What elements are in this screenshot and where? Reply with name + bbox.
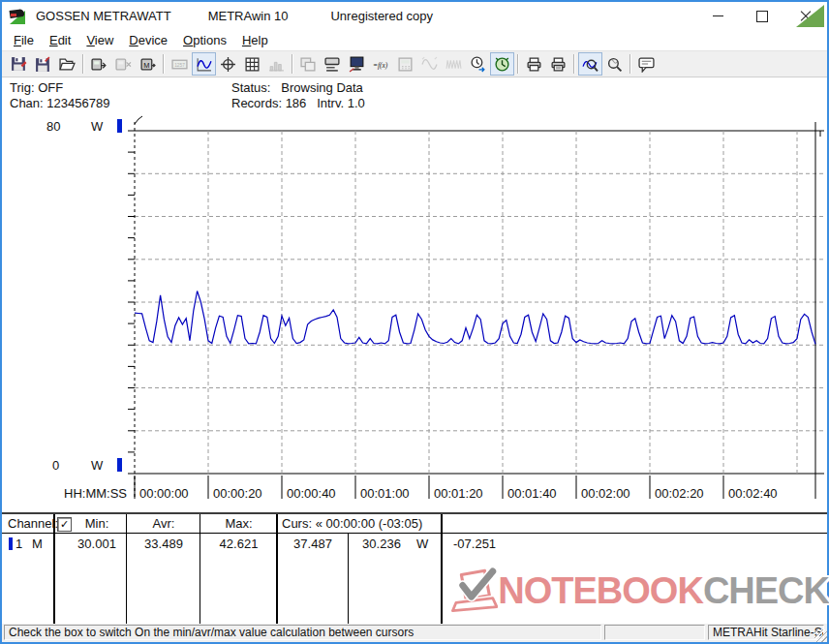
- minimize-button[interactable]: [696, 2, 740, 30]
- title-vendor: GOSSEN METRAWATT: [36, 9, 171, 23]
- statusbar-hint: Check the box to switch On the min/avr/m…: [4, 625, 601, 640]
- menu-view[interactable]: View: [78, 31, 121, 49]
- cell-min: 30.001: [68, 537, 126, 551]
- menu-edit[interactable]: Edit: [42, 31, 78, 49]
- statusbar-empty-pane: [604, 625, 705, 640]
- pc-transfer-icon[interactable]: [345, 52, 369, 76]
- power-trend-chart[interactable]: [2, 112, 827, 512]
- device-read-icon[interactable]: [87, 52, 111, 76]
- title-bar: GOSSEN METRAWATT METRAwin 10 Unregistere…: [2, 2, 827, 30]
- status-text: Status: Browsing Data: [231, 80, 363, 95]
- app-logo-icon: [10, 9, 27, 24]
- x-tick-label: 00:01:00: [360, 486, 410, 501]
- toolbar-separator: [82, 54, 84, 74]
- menu-bar: FileEditViewDeviceOptionsHelp: [2, 30, 827, 50]
- menu-options[interactable]: Options: [175, 31, 234, 49]
- window-export-icon: [296, 52, 321, 76]
- watermark-text-secondary: CHECK: [703, 570, 829, 611]
- title-app-name: METRAwin 10: [208, 9, 289, 23]
- device-memory-icon[interactable]: M: [136, 52, 160, 76]
- maximize-button[interactable]: [740, 2, 783, 30]
- cell-max: 42.621: [201, 537, 276, 551]
- calculator-icon: [393, 52, 417, 76]
- device-config-icon[interactable]: [321, 52, 345, 76]
- x-tick-label: 00:00:00: [139, 486, 189, 501]
- header-cursors: Curs: « 00:00:00 (-03:05): [282, 516, 422, 531]
- realtime-clock-icon[interactable]: [490, 52, 514, 76]
- header-avr: Avr:: [128, 516, 200, 531]
- chart-view-icon[interactable]: [192, 52, 216, 76]
- menu-device[interactable]: Device: [121, 31, 175, 49]
- cell-delta: -07.251: [453, 537, 496, 551]
- cell-channel-mode: M: [32, 537, 43, 551]
- save-file-icon[interactable]: [7, 52, 31, 76]
- maximize-icon: [756, 11, 768, 22]
- header-max: Max:: [201, 516, 276, 531]
- svg-text:M: M: [143, 60, 149, 69]
- statistics-icon: [264, 52, 289, 76]
- device-clear-icon: [111, 52, 136, 76]
- table-divider: [441, 514, 443, 624]
- cell-cursor1-value: 37.487: [279, 537, 347, 551]
- minimize-icon: [713, 15, 723, 16]
- formula-icon[interactable]: =f(x): [369, 52, 393, 76]
- print-preview-icon[interactable]: [546, 52, 570, 76]
- records-text: Records: 186 Intrv. 1.0: [231, 96, 365, 110]
- toolbar-separator: [292, 54, 293, 74]
- menu-help[interactable]: Help: [234, 31, 276, 49]
- cell-unit: W: [416, 537, 428, 551]
- chart-panel[interactable]: 80 W 0 W HH:MM:SS 00:00:0000:00:2000:00:…: [2, 112, 827, 512]
- x-tick-label: 00:02:20: [655, 486, 704, 501]
- x-tick-label: 00:02:00: [581, 486, 630, 501]
- x-tick-label: 00:01:20: [434, 486, 483, 501]
- open-folder-icon[interactable]: [55, 52, 79, 76]
- notebookcheck-laptop-icon: [451, 562, 498, 620]
- resize-grip[interactable]: [814, 629, 827, 642]
- notebookcheck-watermark: NOTEBOOKCHECK: [451, 561, 829, 621]
- metrawin-window: GOSSEN METRAWATT METRAwin 10 Unregistere…: [0, 0, 829, 644]
- cell-avr: 33.489: [128, 537, 200, 551]
- x-tick-label: 00:02:40: [728, 486, 778, 501]
- toolbar-separator: [163, 54, 165, 74]
- svg-text:=f(x): =f(x): [373, 60, 388, 69]
- header-min: Min:: [68, 516, 126, 531]
- statusbar-device: METRAHit Starline-Seri: [708, 625, 824, 640]
- toolbar-separator: [517, 54, 519, 74]
- multimeter-display-icon: 1257: [168, 52, 192, 76]
- cell-cursor2-value: 30.236: [353, 537, 411, 551]
- watermark-text-primary: NOTEBOOK: [498, 570, 703, 611]
- toolbar-separator: [573, 54, 575, 74]
- data-table-icon[interactable]: [240, 52, 264, 76]
- annotation-icon[interactable]: [634, 52, 659, 76]
- table-divider: [126, 514, 127, 624]
- menu-file[interactable]: File: [6, 31, 42, 49]
- print-icon[interactable]: [522, 52, 546, 76]
- table-header-border: [2, 533, 827, 534]
- time-setup-icon[interactable]: [466, 52, 490, 76]
- zoom-out-icon[interactable]: [602, 52, 627, 76]
- info-panel: Trig: OFF Chan: 123456789 Status: Browsi…: [2, 77, 827, 113]
- zoom-in-icon[interactable]: [578, 52, 602, 76]
- channel-color-marker: [9, 537, 13, 550]
- status-bar: Check the box to switch On the min/avr/m…: [2, 624, 827, 642]
- wave-single-icon: [417, 52, 442, 76]
- x-tick-label: 00:00:40: [287, 486, 336, 501]
- corner-triangle-decoration: [796, 5, 824, 27]
- save-channel-icon[interactable]: [31, 52, 55, 76]
- title-license: Unregistered copy: [330, 9, 433, 23]
- table-divider: [348, 533, 349, 624]
- x-tick-label: 00:01:40: [507, 486, 557, 501]
- cell-channel-number: 1: [15, 537, 22, 551]
- table-divider: [276, 514, 278, 624]
- channel-list: Chan: 123456789: [10, 96, 109, 110]
- header-channel: Channel:: [8, 516, 58, 531]
- toolbar-separator: [629, 54, 631, 74]
- wave-dense-icon: [442, 52, 466, 76]
- svg-text:1257: 1257: [174, 62, 185, 67]
- cursor-crosshair-icon[interactable]: [216, 52, 240, 76]
- toolbar: M1257=f(x): [2, 50, 827, 77]
- table-divider: [200, 514, 200, 624]
- trigger-status: Trig: OFF: [10, 80, 63, 95]
- x-tick-label: 00:00:20: [213, 486, 262, 501]
